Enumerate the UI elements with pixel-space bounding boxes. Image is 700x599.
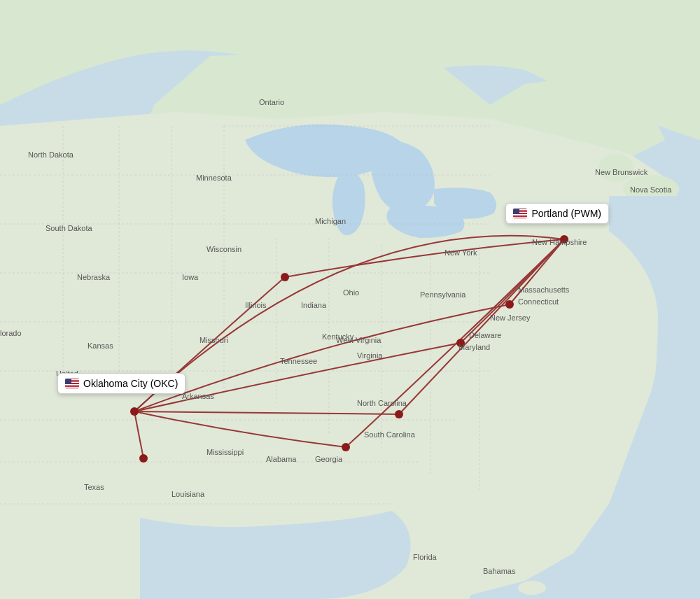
svg-point-28 <box>505 300 514 309</box>
svg-point-25 <box>560 235 568 244</box>
portland-flag <box>513 209 527 218</box>
svg-point-30 <box>395 410 403 418</box>
svg-point-1 <box>483 563 525 584</box>
svg-point-26 <box>130 407 139 416</box>
svg-point-4 <box>598 154 634 182</box>
oklahoma-city-label-box: Oklahoma City (OKC) <box>57 373 186 394</box>
svg-point-2 <box>518 581 546 595</box>
oklahoma-city-label-text: Oklahoma City (OKC) <box>83 378 178 389</box>
svg-point-31 <box>342 443 350 451</box>
svg-point-32 <box>139 454 148 463</box>
svg-point-27 <box>281 273 289 281</box>
map-container: North Dakota Minnesota Ontario New Bruns… <box>0 0 700 599</box>
svg-point-29 <box>456 339 465 347</box>
oklahoma-flag <box>65 379 79 388</box>
map-svg <box>0 0 700 599</box>
portland-label-box: Portland (PWM) <box>505 203 609 224</box>
portland-label-text: Portland (PWM) <box>531 208 601 219</box>
